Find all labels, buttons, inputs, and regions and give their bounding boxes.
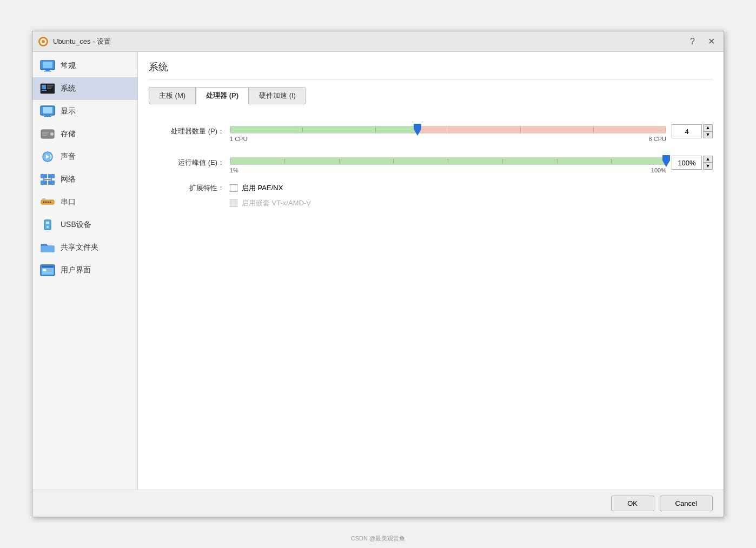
cpu-count-min-label: 1 CPU: [230, 136, 247, 142]
sidebar-label-ui: 用户界面: [61, 265, 91, 275]
exec-cap-labels: 1% 100%: [230, 167, 666, 173]
cpu-count-slider-container: 1 CPU 8 CPU: [230, 121, 666, 142]
cpu-count-labels: 1 CPU 8 CPU: [230, 136, 666, 142]
svg-marker-49: [662, 155, 670, 167]
tick: [557, 159, 558, 163]
tick: [284, 159, 285, 163]
svg-rect-47: [47, 271, 51, 272]
cpu-count-spinbox-btns: ▲ ▼: [703, 124, 713, 138]
usb-icon: [40, 219, 55, 231]
cpu-count-thumb[interactable]: [414, 124, 421, 138]
svg-rect-26: [48, 174, 55, 178]
svg-rect-11: [47, 85, 54, 86]
exec-cap-slider-track[interactable]: [230, 157, 666, 165]
exec-cap-input[interactable]: [672, 156, 702, 170]
tabs-container: 主板 (M) 处理器 (P) 硬件加速 (I): [149, 87, 713, 104]
ui-icon: [40, 264, 55, 276]
display-icon: [40, 105, 55, 117]
main-window: Ubuntu_ces - 设置 ? ✕ 常规: [32, 31, 724, 517]
sidebar-label-audio: 声音: [61, 152, 76, 162]
tick: [448, 128, 448, 132]
sidebar-item-ui[interactable]: 用户界面: [32, 259, 137, 282]
cpu-count-slider-track[interactable]: [230, 126, 666, 133]
svg-rect-25: [41, 174, 47, 178]
cancel-button[interactable]: Cancel: [660, 496, 713, 511]
pae-checkbox[interactable]: [230, 184, 237, 192]
extensions-content: 启用 PAE/NX 启用嵌套 VT-x/AMD-V: [230, 183, 311, 208]
cpu-count-label: 处理器数量 (P)：: [154, 126, 230, 136]
sidebar-label-shared: 共享文件夹: [61, 243, 98, 252]
vtx-label: 启用嵌套 VT-x/AMD-V: [242, 198, 311, 208]
svg-point-19: [50, 132, 54, 136]
tick: [302, 128, 303, 132]
thumb-shape: [414, 124, 421, 136]
tick: [666, 128, 666, 132]
sidebar-item-audio[interactable]: 声音: [32, 145, 137, 168]
sidebar-item-network[interactable]: 网络: [32, 168, 137, 191]
sidebar-item-serial[interactable]: 串口: [32, 191, 137, 213]
sidebar: 常规 系统: [32, 52, 138, 490]
tick: [593, 128, 594, 132]
extensions-label: 扩展特性：: [154, 183, 230, 193]
sidebar-label-usb: USB设备: [61, 220, 91, 230]
exec-cap-label: 运行峰值 (E)：: [154, 158, 230, 168]
tick: [520, 128, 521, 132]
ok-button[interactable]: OK: [611, 496, 654, 511]
cpu-count-spinbox: ▲ ▼: [672, 124, 713, 138]
vtx-checkbox[interactable]: [230, 199, 237, 207]
sidebar-label-general: 常规: [61, 61, 76, 71]
sidebar-item-system[interactable]: 系统: [32, 77, 137, 100]
track-ticks: [230, 126, 666, 133]
extensions-row: 扩展特性： 启用 PAE/NX 启用嵌套 VT-x/AMD-V: [154, 183, 713, 208]
help-button[interactable]: ?: [687, 36, 698, 48]
monitor-icon: [40, 60, 55, 72]
exec-cap-min-label: 1%: [230, 167, 238, 173]
svg-rect-16: [45, 115, 50, 116]
exec-cap-thumb[interactable]: [662, 155, 670, 169]
close-button[interactable]: ✕: [705, 35, 718, 48]
svg-rect-28: [48, 181, 55, 185]
watermark: CSDN @最美观赏鱼: [351, 534, 405, 543]
svg-rect-15: [43, 107, 52, 113]
cpu-count-row: 处理器数量 (P)：: [154, 121, 713, 142]
svg-rect-17: [44, 116, 51, 117]
tab-acceleration[interactable]: 硬件加速 (I): [249, 87, 306, 104]
svg-rect-10: [44, 90, 47, 91]
titlebar: Ubuntu_ces - 设置 ? ✕: [32, 31, 724, 52]
svg-rect-20: [42, 132, 49, 133]
thumb-shape: [662, 155, 670, 167]
sidebar-label-network: 网络: [61, 175, 76, 184]
tab-processor[interactable]: 处理器 (P): [196, 87, 249, 104]
cpu-count-increment[interactable]: ▲: [703, 124, 713, 131]
window-footer: OK Cancel: [32, 490, 724, 517]
svg-rect-4: [43, 62, 52, 68]
app-icon: [38, 36, 49, 47]
system-icon: [40, 83, 55, 95]
exec-cap-increment[interactable]: ▲: [703, 156, 713, 163]
cpu-count-input[interactable]: [672, 124, 702, 138]
sidebar-item-usb[interactable]: USB设备: [32, 213, 137, 236]
tick: [230, 128, 230, 132]
sidebar-item-storage[interactable]: 存储: [32, 123, 137, 145]
sidebar-item-display[interactable]: 显示: [32, 100, 137, 123]
tick: [393, 159, 394, 163]
svg-rect-22: [42, 135, 47, 136]
exec-cap-decrement[interactable]: ▼: [703, 163, 713, 170]
folder-icon: [40, 242, 55, 253]
section-title: 系统: [149, 61, 713, 79]
cpu-count-decrement[interactable]: ▼: [703, 131, 713, 138]
svg-point-33: [43, 202, 45, 203]
tab-motherboard[interactable]: 主板 (M): [149, 87, 196, 104]
svg-rect-9: [42, 90, 44, 91]
svg-rect-46: [47, 269, 52, 270]
exec-cap-spinbox: ▲ ▼: [672, 156, 713, 170]
tick: [448, 159, 448, 163]
svg-rect-43: [42, 266, 54, 268]
svg-rect-5: [45, 70, 50, 71]
audio-icon: [40, 151, 55, 163]
sidebar-item-general[interactable]: 常规: [32, 55, 137, 77]
svg-marker-48: [414, 124, 421, 136]
sidebar-item-shared[interactable]: 共享文件夹: [32, 236, 137, 259]
exec-cap-spinbox-btns: ▲ ▼: [703, 156, 713, 170]
titlebar-left: Ubuntu_ces - 设置: [38, 36, 111, 47]
